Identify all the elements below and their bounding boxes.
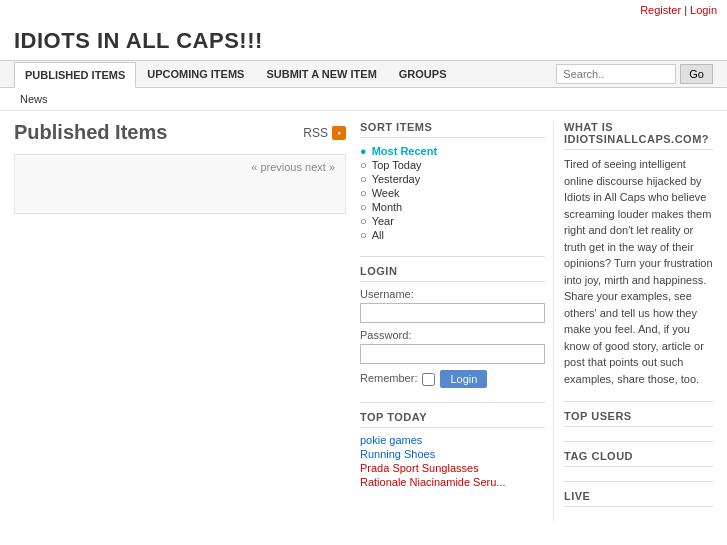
top-today-link-1[interactable]: Running Shoes xyxy=(360,448,545,460)
sort-items-section: SORT ITEMS ● Most Recent ○ Top Today ○ Y… xyxy=(360,121,545,242)
sort-most-recent[interactable]: ● Most Recent xyxy=(360,144,545,158)
whatis-topusers-divider xyxy=(564,401,713,402)
radio-top-today-icon: ○ xyxy=(360,159,367,171)
nav-item-published[interactable]: PUBLISHED ITEMS xyxy=(14,62,136,88)
sort-items-title: SORT ITEMS xyxy=(360,121,545,138)
sort-month[interactable]: ○ Month xyxy=(360,200,545,214)
search-area: Go xyxy=(556,64,713,84)
sub-nav-news[interactable]: News xyxy=(14,91,54,107)
items-box: « previous next » xyxy=(14,154,346,214)
login-section: LOGIN Username: Password: Remember: Logi… xyxy=(360,265,545,388)
search-input[interactable] xyxy=(556,64,676,84)
top-users-title: TOP USERS xyxy=(564,410,713,427)
tag-cloud-title: TAG CLOUD xyxy=(564,450,713,467)
top-today-link-0[interactable]: pokie games xyxy=(360,434,545,446)
pagination: « previous next » xyxy=(25,161,335,173)
auth-separator: | xyxy=(684,4,687,16)
sort-week[interactable]: ○ Week xyxy=(360,186,545,200)
nav-links: PUBLISHED ITEMS UPCOMING ITEMS SUBMIT A … xyxy=(14,61,458,87)
sort-year[interactable]: ○ Year xyxy=(360,214,545,228)
nav-item-upcoming[interactable]: UPCOMING ITEMS xyxy=(136,61,255,87)
what-is-text: Tired of seeing intelligent online disco… xyxy=(564,156,713,387)
top-today-link-2[interactable]: Prada Sport Sunglasses xyxy=(360,462,545,474)
sort-week-label: Week xyxy=(372,187,400,199)
nav-item-submit[interactable]: SUBMIT A NEW ITEM xyxy=(255,61,387,87)
remember-checkbox[interactable] xyxy=(422,373,435,386)
password-label: Password: xyxy=(360,329,545,341)
rss-area: RSS ▪ xyxy=(303,126,346,140)
what-is-section: WHAT IS IDIOTSINALLCAPS.COM? Tired of se… xyxy=(564,121,713,387)
username-input[interactable] xyxy=(360,303,545,323)
register-link[interactable]: Register xyxy=(640,4,681,16)
topusers-tagcloud-divider xyxy=(564,441,713,442)
main-layout: Published Items RSS ▪ « previous next » … xyxy=(0,111,727,531)
tagcloud-live-divider xyxy=(564,481,713,482)
radio-year-icon: ○ xyxy=(360,215,367,227)
nav-bar: PUBLISHED ITEMS UPCOMING ITEMS SUBMIT A … xyxy=(0,60,727,88)
remember-row: Remember: Login xyxy=(360,370,545,388)
live-section: LIVE xyxy=(564,490,713,507)
page-header: Published Items RSS ▪ xyxy=(14,121,346,144)
prev-link[interactable]: « previous xyxy=(251,161,302,173)
sort-month-label: Month xyxy=(372,201,403,213)
radio-most-recent-icon: ● xyxy=(360,145,367,157)
tag-cloud-section: TAG CLOUD xyxy=(564,450,713,467)
sort-login-divider xyxy=(360,256,545,257)
radio-month-icon: ○ xyxy=(360,201,367,213)
top-today-link-3[interactable]: Rationale Niacinamide Seru... xyxy=(360,476,545,488)
sort-most-recent-label[interactable]: Most Recent xyxy=(372,145,437,157)
login-link[interactable]: Login xyxy=(690,4,717,16)
radio-yesterday-icon: ○ xyxy=(360,173,367,185)
what-is-title: WHAT IS IDIOTSINALLCAPS.COM? xyxy=(564,121,713,150)
sort-top-today[interactable]: ○ Top Today xyxy=(360,158,545,172)
nav-item-groups[interactable]: GROUPS xyxy=(388,61,458,87)
radio-all-icon: ○ xyxy=(360,229,367,241)
content-area: Published Items RSS ▪ « previous next » xyxy=(14,121,360,521)
remember-label: Remember: xyxy=(360,372,417,384)
rss-label: RSS xyxy=(303,126,328,140)
login-button[interactable]: Login xyxy=(440,370,487,388)
username-label: Username: xyxy=(360,288,545,300)
right-sidebar: SORT ITEMS ● Most Recent ○ Top Today ○ Y… xyxy=(360,121,545,521)
search-button[interactable]: Go xyxy=(680,64,713,84)
rss-icon[interactable]: ▪ xyxy=(332,126,346,140)
sort-yesterday-label: Yesterday xyxy=(372,173,421,185)
sort-year-label: Year xyxy=(372,215,394,227)
auth-bar: Register | Login xyxy=(0,0,727,20)
live-title: LIVE xyxy=(564,490,713,507)
password-input[interactable] xyxy=(360,344,545,364)
sort-yesterday[interactable]: ○ Yesterday xyxy=(360,172,545,186)
far-right-panel: WHAT IS IDIOTSINALLCAPS.COM? Tired of se… xyxy=(553,121,713,521)
next-link[interactable]: next » xyxy=(305,161,335,173)
sort-all[interactable]: ○ All xyxy=(360,228,545,242)
login-toptoday-divider xyxy=(360,402,545,403)
page-title: Published Items xyxy=(14,121,167,144)
site-title: IDIOTS IN ALL CAPS!!! xyxy=(0,20,727,60)
top-today-section: TOP TODAY pokie games Running Shoes Prad… xyxy=(360,411,545,488)
sub-nav: News xyxy=(0,88,727,111)
sort-top-today-label: Top Today xyxy=(372,159,422,171)
top-users-section: TOP USERS xyxy=(564,410,713,427)
login-title: LOGIN xyxy=(360,265,545,282)
sort-all-label: All xyxy=(372,229,384,241)
top-today-title: TOP TODAY xyxy=(360,411,545,428)
radio-week-icon: ○ xyxy=(360,187,367,199)
